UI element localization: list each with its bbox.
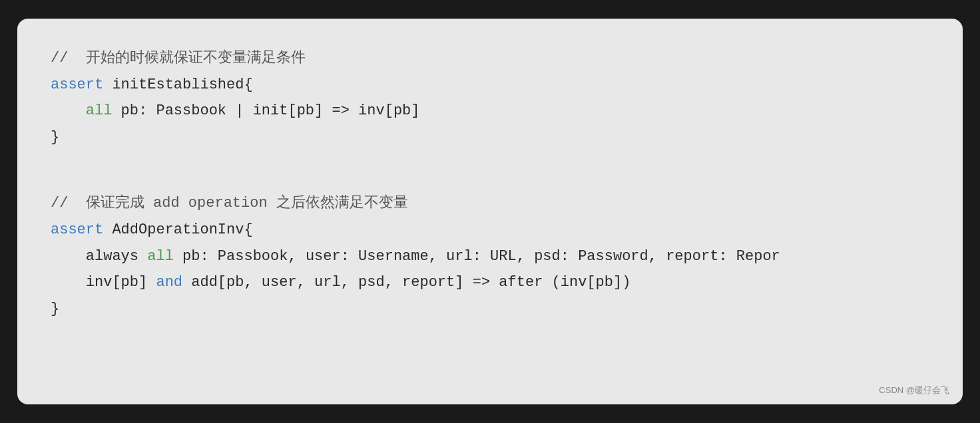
code-block-1: // 开始的时候就保证不变量满足条件 assert initEstablishe… — [51, 45, 929, 150]
code-container: // 开始的时候就保证不变量满足条件 assert initEstablishe… — [17, 19, 963, 404]
code-line: } — [51, 296, 929, 323]
code-line: assert AddOperationInv{ — [51, 217, 929, 243]
brace-close: } — [51, 124, 59, 151]
comment-text: // 开始的时候就保证不变量满足条件 — [51, 45, 306, 72]
code-text: always — [51, 243, 147, 270]
identifier: AddOperationInv{ — [103, 217, 252, 243]
identifier: initEstablished{ — [103, 72, 252, 98]
code-line: all pb: Passbook | init[pb] => inv[pb] — [51, 98, 929, 124]
keyword-all: all — [86, 98, 113, 124]
keyword-all: all — [147, 243, 174, 270]
keyword-and: and — [156, 269, 182, 296]
brace-close: } — [51, 296, 59, 323]
code-line: // 保证完成 add operation 之后依然满足不变量 — [51, 190, 929, 217]
code-line: assert initEstablished{ — [51, 72, 929, 98]
code-line: always all pb: Passbook, user: Username,… — [51, 243, 929, 270]
keyword-assert: assert — [51, 72, 103, 98]
code-text: pb: Passbook, user: Username, url: URL, … — [174, 243, 780, 270]
code-text: inv[pb] — [51, 269, 156, 296]
indent — [51, 98, 86, 124]
code-line: inv[pb] and add[pb, user, url, psd, repo… — [51, 269, 929, 296]
comment-text: // 保证完成 add operation 之后依然满足不变量 — [51, 190, 408, 217]
watermark: CSDN @暖仔会飞 — [879, 384, 949, 396]
code-text: add[pb, user, url, psd, report] => after… — [182, 269, 630, 296]
code-line: } — [51, 124, 929, 151]
keyword-assert: assert — [51, 217, 103, 243]
code-block-2: // 保证完成 add operation 之后依然满足不变量 assert A… — [51, 190, 929, 322]
code-line: // 开始的时候就保证不变量满足条件 — [51, 45, 929, 72]
code-text: pb: Passbook | init[pb] => inv[pb] — [112, 98, 419, 124]
